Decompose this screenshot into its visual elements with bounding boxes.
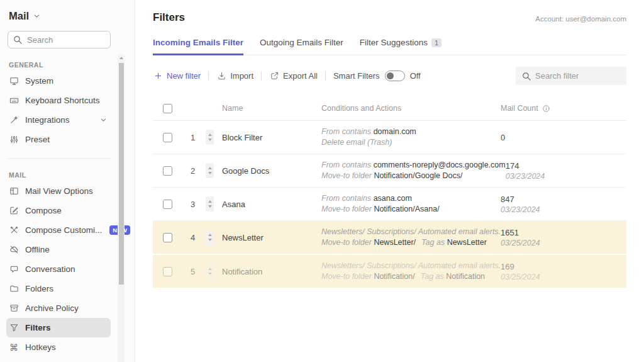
compose-icon bbox=[9, 206, 19, 216]
scroll-up-arrow-icon[interactable] bbox=[118, 54, 125, 62]
filters-toolbar: New filter Import Export All Smart Filte… bbox=[153, 67, 626, 85]
filter-row[interactable]: 5NotificationNewsletters/ Subscriptions/… bbox=[153, 254, 626, 288]
sidebar-item-folders[interactable]: Folders bbox=[6, 279, 111, 298]
archive-icon bbox=[9, 303, 19, 314]
condition-keyword: Move-to folder bbox=[321, 272, 374, 281]
sidebar-item-mail-view-options[interactable]: Mail View Options bbox=[6, 181, 111, 201]
sidebar-item-integrations[interactable]: Integrations bbox=[6, 110, 111, 130]
mail-count: 174 bbox=[506, 161, 631, 171]
smart-filters-control: Smart Filters Off bbox=[333, 71, 421, 81]
sidebar-item-keyboard-shortcuts[interactable]: Keyboard Shortcuts bbox=[6, 91, 111, 110]
import-label: Import bbox=[230, 71, 253, 81]
sidebar-item-hotkeys[interactable]: ⌘Hotkeys bbox=[6, 337, 111, 357]
stepper-up-icon[interactable] bbox=[208, 234, 212, 236]
export-all-label: Export All bbox=[283, 71, 318, 81]
filter-row[interactable]: 1Block FilterFrom contains domain.comDel… bbox=[153, 121, 626, 154]
sliders-icon bbox=[9, 135, 19, 145]
new-filter-button[interactable]: New filter bbox=[153, 71, 201, 81]
mail-count-date: 03/25/2024 bbox=[501, 239, 626, 247]
stepper-down-icon[interactable] bbox=[208, 172, 212, 174]
command-icon: ⌘ bbox=[9, 342, 19, 353]
sidebar-item-archive-policy[interactable]: Archive Policy bbox=[6, 298, 111, 318]
stepper-up-icon[interactable] bbox=[208, 200, 212, 203]
condition-keyword: Move-to folder bbox=[321, 238, 374, 247]
row-checkbox[interactable] bbox=[163, 233, 172, 242]
chevron-down-icon bbox=[100, 116, 107, 123]
filters-panel: Filters Account: user@domain.com Incomin… bbox=[135, 0, 644, 362]
export-icon bbox=[269, 71, 279, 81]
condition-value: Notification bbox=[446, 272, 485, 281]
sidebar-item-filters[interactable]: Filters bbox=[6, 318, 111, 337]
condition-keyword: Tag as bbox=[421, 238, 447, 247]
stepper-up-icon[interactable] bbox=[208, 133, 212, 136]
monitor-icon bbox=[9, 76, 19, 86]
stepper-down-icon[interactable] bbox=[208, 139, 212, 141]
filter-row[interactable]: 3AsanaFrom contains asana.comMove-to fol… bbox=[153, 187, 626, 220]
mail-count-cell: 17403/23/2024 bbox=[506, 161, 631, 181]
sidebar-item-compose-customization[interactable]: Compose Customi...NEW bbox=[6, 220, 111, 240]
stepper-up-icon[interactable] bbox=[208, 167, 212, 169]
sidebar-scrollbar[interactable] bbox=[118, 54, 125, 362]
order-stepper[interactable] bbox=[206, 264, 214, 279]
filter-row[interactable]: 2Google DocsFrom contains comments-norep… bbox=[153, 154, 626, 187]
import-button[interactable]: Import bbox=[216, 71, 253, 81]
row-checkbox[interactable] bbox=[163, 200, 172, 209]
mail-count-cell: 165103/25/2024 bbox=[501, 228, 626, 247]
condition-value: asana.com bbox=[374, 194, 412, 203]
condition-value: Notification/Asana/ bbox=[374, 205, 439, 213]
mail-count-date: 03/23/2024 bbox=[506, 172, 631, 181]
tab-count-badge: 1 bbox=[431, 38, 441, 47]
tab-filter-suggestions[interactable]: Filter Suggestions1 bbox=[360, 38, 441, 55]
tab-outgoing-emails-filter[interactable]: Outgoing Emails Filter bbox=[260, 38, 343, 55]
order-stepper[interactable] bbox=[206, 163, 214, 178]
row-checkbox[interactable] bbox=[163, 133, 172, 142]
sidebar-item-compose[interactable]: Compose bbox=[6, 201, 111, 220]
settings-scope-dropdown[interactable]: Mail bbox=[9, 10, 135, 22]
info-icon bbox=[541, 103, 552, 113]
mail-count: 169 bbox=[501, 262, 626, 271]
stepper-down-icon[interactable] bbox=[208, 273, 212, 275]
sidebar-item-label: System bbox=[25, 76, 53, 86]
condition-value: Notification/ bbox=[374, 272, 414, 281]
sidebar-section-label: GENERAL bbox=[9, 61, 135, 69]
sidebar-item-label: Compose Customi... bbox=[25, 225, 102, 235]
select-all-checkbox[interactable] bbox=[163, 104, 172, 113]
mail-count-date: 03/25/2024 bbox=[501, 273, 626, 281]
tools-icon bbox=[9, 225, 19, 235]
order-stepper[interactable] bbox=[206, 196, 214, 212]
sidebar-item-label: Archive Policy bbox=[25, 303, 79, 313]
stepper-down-icon[interactable] bbox=[208, 205, 212, 208]
sidebar-item-preset[interactable]: Preset bbox=[6, 130, 111, 149]
tab-incoming-emails-filter[interactable]: Incoming Emails Filter bbox=[153, 38, 243, 55]
smart-filters-state: Off bbox=[410, 71, 421, 81]
filter-conditions: From contains asana.comMove-to folder No… bbox=[321, 193, 501, 215]
filter-search-input[interactable] bbox=[516, 67, 626, 85]
condition-value: comments-noreply@docs.google.com bbox=[374, 161, 506, 169]
filter-conditions: From contains comments-noreply@docs.goog… bbox=[321, 160, 506, 181]
mail-count-cell: 16903/25/2024 bbox=[501, 262, 626, 281]
filter-row[interactable]: 4NewsLetterNewsletters/ Subscriptions/ A… bbox=[153, 220, 626, 254]
smart-filters-toggle[interactable] bbox=[385, 71, 405, 81]
row-checkbox[interactable] bbox=[163, 166, 172, 176]
sidebar-item-label: Conversation bbox=[25, 264, 75, 274]
mail-count: 847 bbox=[501, 195, 626, 204]
order-stepper[interactable] bbox=[206, 130, 214, 145]
sidebar-item-offline[interactable]: Offline bbox=[6, 240, 111, 259]
sidebar-item-system[interactable]: System bbox=[6, 71, 111, 91]
sidebar-search-input[interactable] bbox=[8, 31, 111, 48]
stepper-down-icon[interactable] bbox=[208, 239, 212, 241]
scrollbar-thumb[interactable] bbox=[119, 63, 124, 285]
export-all-button[interactable]: Export All bbox=[269, 71, 318, 81]
sidebar-item-conversation[interactable]: Conversation bbox=[6, 259, 111, 279]
stepper-up-icon[interactable] bbox=[208, 268, 212, 270]
mail-count: 1651 bbox=[501, 228, 626, 237]
row-checkbox[interactable] bbox=[163, 267, 172, 276]
order-stepper[interactable] bbox=[206, 230, 214, 245]
condition-value: Notification/Google Docs/ bbox=[374, 171, 462, 180]
filter-conditions: From contains domain.comDelete email (Tr… bbox=[321, 127, 501, 148]
filter-conditions: Newsletters/ Subscriptions/ Automated em… bbox=[321, 261, 501, 282]
toolbar-divider bbox=[325, 71, 326, 81]
toolbar-divider bbox=[208, 71, 209, 81]
filter-name: NewsLetter bbox=[222, 233, 321, 242]
condition-keyword: Tag as bbox=[421, 272, 447, 281]
